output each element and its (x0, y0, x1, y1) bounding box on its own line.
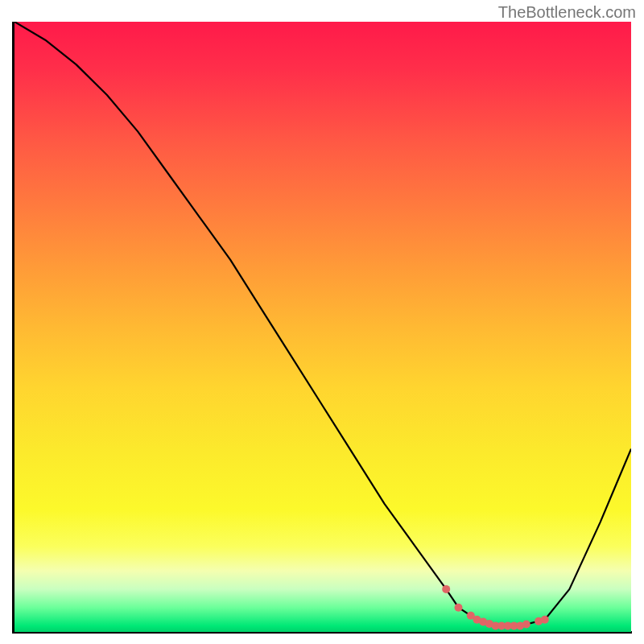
optimal-marker-dot (442, 585, 450, 593)
bottleneck-curve-line (14, 22, 631, 625)
plot-area (14, 22, 631, 632)
optimal-marker-dot (455, 604, 463, 612)
chart-svg (14, 22, 631, 632)
optimal-marker-dot (541, 616, 549, 624)
optimal-marker-dot (522, 621, 530, 629)
watermark-text: TheBottleneck.com (498, 3, 636, 22)
